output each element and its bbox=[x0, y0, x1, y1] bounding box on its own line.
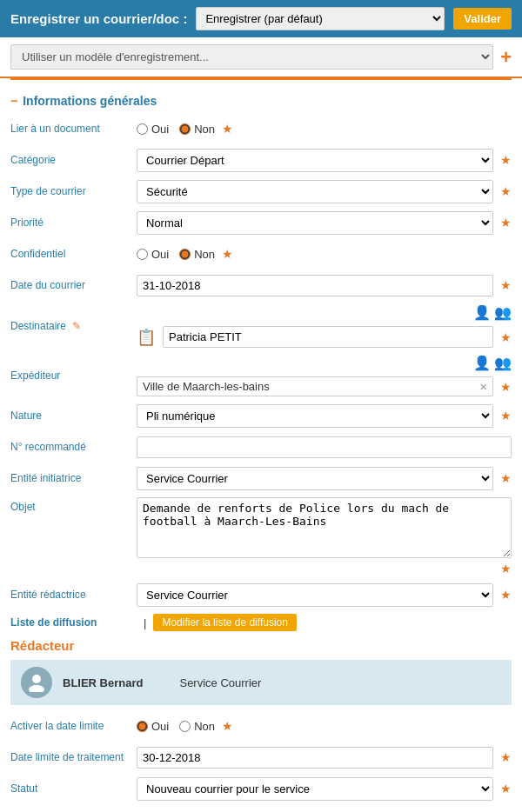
recommande-control bbox=[137, 436, 512, 458]
priorite-select[interactable]: Normal bbox=[137, 211, 493, 235]
date-control: ★ bbox=[137, 275, 512, 296]
date-limite-required: ★ bbox=[500, 750, 512, 764]
section-toggle[interactable]: − bbox=[10, 94, 17, 108]
redacteur-title: Rédacteur bbox=[10, 638, 512, 653]
objet-textarea[interactable]: Demande de renforts de Police lors du ma… bbox=[137, 497, 512, 558]
lier-required: ★ bbox=[222, 122, 233, 136]
activer-radio-group: Oui Non bbox=[137, 720, 215, 733]
lier-non-radio[interactable] bbox=[179, 123, 191, 135]
section-general-title: Informations générales bbox=[23, 94, 157, 108]
lier-radio-group: Oui Non bbox=[137, 123, 215, 136]
entite-init-select[interactable]: Service Courrier bbox=[137, 467, 493, 490]
statut-select[interactable]: Nouveau courrier pour le service bbox=[137, 777, 493, 801]
activer-oui-radio[interactable] bbox=[137, 721, 148, 732]
date-limite-row: Date limite de traitement ★ bbox=[10, 745, 512, 769]
expediteur-label: Expéditeur bbox=[10, 369, 137, 382]
diffusion-row: Liste de diffusion | Modifier la liste d… bbox=[10, 614, 512, 631]
redacteur-name: BLIER Bernard bbox=[63, 676, 143, 689]
lier-non-label[interactable]: Non bbox=[179, 123, 215, 136]
lier-oui-radio[interactable] bbox=[137, 123, 148, 135]
diffusion-separator: | bbox=[144, 616, 146, 629]
priorite-control: Normal ★ bbox=[137, 211, 512, 235]
redacteur-service: Service Courrier bbox=[179, 676, 261, 689]
svg-point-0 bbox=[32, 675, 41, 683]
nature-row: Nature Pli numérique ★ bbox=[10, 403, 512, 428]
categorie-label: Catégorie bbox=[10, 154, 137, 166]
book-icon[interactable]: 📋 bbox=[137, 328, 156, 347]
date-limite-input[interactable] bbox=[137, 747, 493, 769]
lier-row: Lier à un document Oui Non ★ bbox=[10, 116, 512, 141]
confidentiel-oui-label[interactable]: Oui bbox=[137, 248, 169, 261]
expediteur-remove-icon[interactable]: × bbox=[479, 379, 487, 394]
type-control: Sécurité ★ bbox=[137, 180, 512, 203]
confidentiel-radio-group: Oui Non bbox=[137, 248, 215, 261]
entite-red-select[interactable]: Service Courrier bbox=[137, 583, 493, 607]
priorite-label: Priorité bbox=[10, 216, 137, 229]
entite-init-required: ★ bbox=[500, 471, 512, 485]
date-label: Date du courrier bbox=[10, 279, 137, 291]
add-template-button[interactable]: + bbox=[500, 48, 512, 67]
nature-control: Pli numérique ★ bbox=[137, 404, 512, 428]
type-row: Type de courrier Sécurité ★ bbox=[10, 179, 512, 203]
entite-red-control: Service Courrier ★ bbox=[137, 583, 512, 607]
priorite-required: ★ bbox=[500, 216, 512, 230]
objet-label: Objet bbox=[10, 497, 137, 513]
confidentiel-non-label[interactable]: Non bbox=[179, 248, 215, 261]
lier-label: Lier à un document bbox=[10, 123, 137, 135]
activer-non-radio[interactable] bbox=[179, 721, 191, 732]
add-person-icon[interactable]: 👤 bbox=[473, 304, 491, 321]
page-title: Enregistrer un courrier/doc : bbox=[10, 11, 187, 26]
confidentiel-required: ★ bbox=[222, 247, 233, 261]
nature-select[interactable]: Pli numérique bbox=[137, 404, 493, 428]
confidentiel-oui-radio[interactable] bbox=[137, 249, 148, 260]
type-select[interactable]: Sécurité bbox=[137, 180, 493, 203]
recommande-input[interactable] bbox=[137, 436, 512, 458]
diffusion-button[interactable]: Modifier la liste de diffusion bbox=[153, 614, 297, 631]
date-limite-label: Date limite de traitement bbox=[10, 751, 137, 763]
destinataire-control: 👤 👥 📋 ★ bbox=[137, 304, 512, 348]
nature-label: Nature bbox=[10, 409, 137, 422]
categorie-control: Courrier Départ ★ bbox=[137, 149, 512, 172]
entite-init-control: Service Courrier ★ bbox=[137, 467, 512, 490]
entite-red-required: ★ bbox=[500, 588, 512, 602]
activer-date-control: Oui Non ★ bbox=[137, 719, 512, 733]
destinataire-input[interactable] bbox=[163, 326, 493, 348]
entite-init-label: Entité initiatrice bbox=[10, 472, 137, 484]
categorie-required: ★ bbox=[500, 153, 512, 167]
date-required: ★ bbox=[500, 278, 512, 292]
validate-button[interactable]: Valider bbox=[453, 8, 512, 30]
entite-red-row: Entité rédactrice Service Courrier ★ bbox=[10, 582, 512, 607]
priorite-row: Priorité Normal ★ bbox=[10, 210, 512, 235]
confidentiel-control: Oui Non ★ bbox=[137, 247, 512, 261]
activer-date-label: Activer la date limite bbox=[10, 720, 137, 732]
template-bar: Utiliser un modèle d'enregistrement... + bbox=[0, 37, 522, 78]
activer-oui-label[interactable]: Oui bbox=[137, 720, 169, 733]
date-input[interactable] bbox=[137, 275, 493, 296]
expediteur-control: 👤 👥 Ville de Maarch-les-bains × ★ bbox=[137, 355, 512, 396]
destinataire-required: ★ bbox=[500, 330, 512, 344]
confidentiel-non-radio[interactable] bbox=[179, 249, 191, 260]
date-row: Date du courrier ★ bbox=[10, 273, 512, 297]
exp-add-person-icon[interactable]: 👤 bbox=[473, 355, 491, 371]
entite-init-row: Entité initiatrice Service Courrier ★ bbox=[10, 466, 512, 490]
objet-control: Demande de renforts de Police lors du ma… bbox=[137, 497, 512, 576]
add-persons-icon[interactable]: 👥 bbox=[494, 304, 512, 321]
type-required: ★ bbox=[500, 184, 512, 198]
type-label: Type de courrier bbox=[10, 185, 137, 197]
confidentiel-label: Confidentiel bbox=[10, 248, 137, 260]
entite-red-label: Entité rédactrice bbox=[10, 589, 137, 601]
lier-control: Oui Non ★ bbox=[137, 122, 512, 136]
activer-non-label[interactable]: Non bbox=[179, 720, 215, 733]
lier-oui-label[interactable]: Oui bbox=[137, 123, 169, 136]
section-general-header: − Informations générales bbox=[10, 94, 512, 108]
objet-required: ★ bbox=[500, 562, 512, 576]
confidentiel-row: Confidentiel Oui Non ★ bbox=[10, 242, 512, 266]
action-select[interactable]: Enregistrer (par défaut) bbox=[196, 7, 445, 30]
categorie-select[interactable]: Courrier Départ bbox=[137, 149, 493, 172]
section-divider bbox=[10, 78, 512, 80]
destinataire-edit-icon[interactable]: ✎ bbox=[72, 320, 81, 332]
template-select[interactable]: Utiliser un modèle d'enregistrement... bbox=[10, 44, 493, 70]
svg-point-1 bbox=[29, 685, 44, 692]
exp-add-persons-icon[interactable]: 👥 bbox=[494, 355, 512, 371]
recommande-row: N° recommandé bbox=[10, 435, 512, 459]
